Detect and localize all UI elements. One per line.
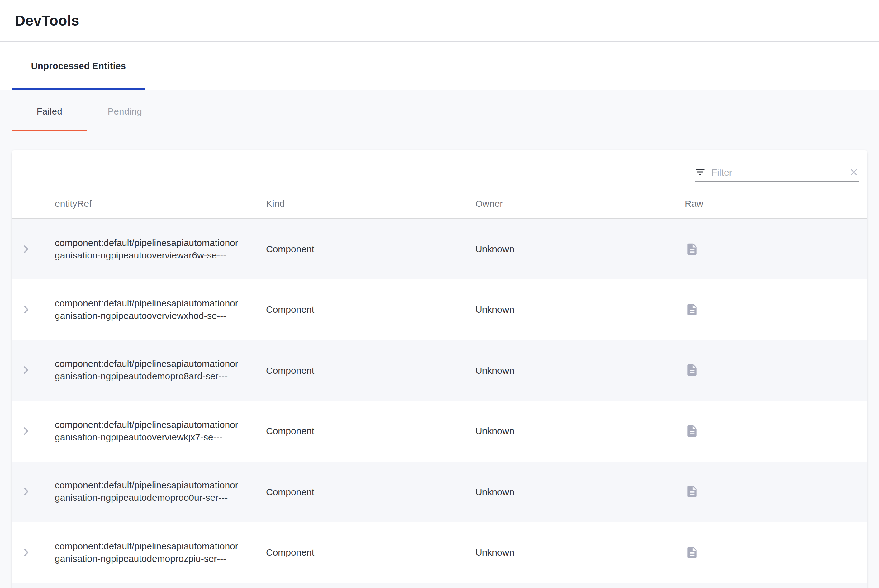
table-row: component:default/pipelinesapiautomation… [12, 340, 867, 400]
chevron-right-icon [20, 364, 32, 376]
filter-row [12, 150, 867, 182]
view-raw-button[interactable] [685, 423, 700, 438]
chevron-right-icon [20, 425, 32, 437]
subtab-label: Failed [37, 106, 63, 117]
raw-cell [685, 279, 867, 340]
clear-filter-button[interactable] [849, 166, 859, 177]
table-row: component:default/pipelinesapiautomation… [12, 461, 867, 522]
entities-table: entityRef Kind Owner Raw component:defau… [12, 182, 867, 583]
entity-ref-cell: component:default/pipelinesapiautomation… [55, 218, 266, 279]
entities-table-header: entityRef Kind Owner Raw [12, 182, 867, 218]
filter-input[interactable] [711, 166, 843, 177]
expand-row-button[interactable] [19, 363, 34, 378]
entity-kind: Component [266, 426, 314, 436]
entity-ref-cell: component:default/pipelinesapiautomation… [55, 400, 266, 461]
expand-cell [12, 400, 55, 461]
document-icon [685, 424, 699, 438]
expand-cell [12, 522, 55, 583]
column-header-expand [12, 182, 55, 218]
table-row: component:default/pipelinesapiautomation… [12, 522, 867, 583]
view-raw-button[interactable] [685, 363, 700, 378]
entity-owner-cell: Unknown [476, 340, 685, 400]
entity-ref: component:default/pipelinesapiautomation… [55, 480, 238, 503]
next-row-partial [12, 583, 867, 588]
devtools-page: DevTools Unprocessed Entities Failed Pen… [0, 0, 879, 588]
view-raw-button[interactable] [685, 545, 700, 560]
entity-kind: Component [266, 243, 314, 254]
raw-cell [685, 461, 867, 522]
chevron-right-icon [20, 243, 32, 255]
entity-kind-cell: Component [266, 340, 476, 400]
entity-ref: component:default/pipelinesapiautomation… [55, 237, 238, 260]
tab-failed[interactable]: Failed [12, 90, 87, 133]
document-icon [685, 242, 699, 256]
entity-ref-cell: component:default/pipelinesapiautomation… [55, 340, 266, 400]
entity-kind: Component [266, 365, 314, 376]
unprocessed-entities-card: entityRef Kind Owner Raw component:defau… [12, 150, 867, 588]
entity-owner: Unknown [476, 547, 514, 558]
page-header: DevTools [0, 0, 879, 42]
column-header-raw: Raw [685, 182, 867, 218]
tab-label: Unprocessed Entities [31, 61, 126, 71]
column-header-owner: Owner [476, 182, 685, 218]
chevron-right-icon [20, 486, 32, 498]
entity-owner-cell: Unknown [476, 461, 685, 522]
expand-cell [12, 340, 55, 400]
entity-kind-cell: Component [266, 279, 476, 340]
raw-cell [685, 400, 867, 461]
document-icon [685, 485, 699, 499]
entity-kind-cell: Component [266, 400, 476, 461]
entity-owner: Unknown [476, 426, 514, 436]
entity-ref: component:default/pipelinesapiautomation… [55, 358, 238, 381]
raw-cell [685, 340, 867, 400]
view-raw-button[interactable] [685, 302, 700, 317]
table-row: component:default/pipelinesapiautomation… [12, 400, 867, 461]
expand-cell [12, 218, 55, 279]
tab-unprocessed-entities[interactable]: Unprocessed Entities [12, 42, 145, 90]
chevron-right-icon [20, 546, 32, 559]
view-raw-button[interactable] [685, 484, 700, 499]
tab-pending[interactable]: Pending [87, 90, 163, 133]
entity-ref: component:default/pipelinesapiautomation… [55, 298, 238, 321]
table-row: component:default/pipelinesapiautomation… [12, 279, 867, 340]
entity-ref: component:default/pipelinesapiautomation… [55, 541, 238, 564]
expand-row-button[interactable] [19, 423, 34, 438]
expand-row-button[interactable] [19, 242, 34, 256]
subtab-label: Pending [108, 106, 142, 117]
expand-row-button[interactable] [19, 545, 34, 560]
entity-ref-cell: component:default/pipelinesapiautomation… [55, 522, 266, 583]
entity-kind-cell: Component [266, 522, 476, 583]
column-header-kind: Kind [266, 182, 476, 218]
raw-cell [685, 218, 867, 279]
table-row: component:default/pipelinesapiautomation… [12, 218, 867, 279]
entity-owner-cell: Unknown [476, 522, 685, 583]
entity-owner-cell: Unknown [476, 400, 685, 461]
expand-row-button[interactable] [19, 302, 34, 317]
entity-kind-cell: Component [266, 218, 476, 279]
status-tabs: Failed Pending [0, 90, 879, 133]
entity-ref-cell: component:default/pipelinesapiautomation… [55, 461, 266, 522]
expand-row-button[interactable] [19, 484, 34, 499]
entity-kind: Component [266, 304, 314, 315]
chevron-right-icon [20, 303, 32, 316]
entity-owner-cell: Unknown [476, 218, 685, 279]
entity-owner: Unknown [476, 365, 514, 376]
content-area: Failed Pending [0, 90, 879, 588]
expand-cell [12, 279, 55, 340]
entity-kind: Component [266, 486, 314, 497]
page-title: DevTools [15, 12, 80, 29]
entity-ref-cell: component:default/pipelinesapiautomation… [55, 279, 266, 340]
entity-owner: Unknown [476, 304, 514, 315]
entity-ref: component:default/pipelinesapiautomation… [55, 419, 238, 442]
entities-table-body: component:default/pipelinesapiautomation… [12, 218, 867, 583]
view-raw-button[interactable] [685, 242, 700, 256]
filter-field [694, 166, 859, 182]
entity-owner: Unknown [476, 486, 514, 497]
document-icon [685, 546, 699, 560]
raw-cell [685, 522, 867, 583]
main-tabs: Unprocessed Entities [0, 42, 879, 90]
document-icon [685, 303, 699, 316]
expand-cell [12, 461, 55, 522]
entity-owner-cell: Unknown [476, 279, 685, 340]
filter-list-icon [694, 166, 706, 177]
